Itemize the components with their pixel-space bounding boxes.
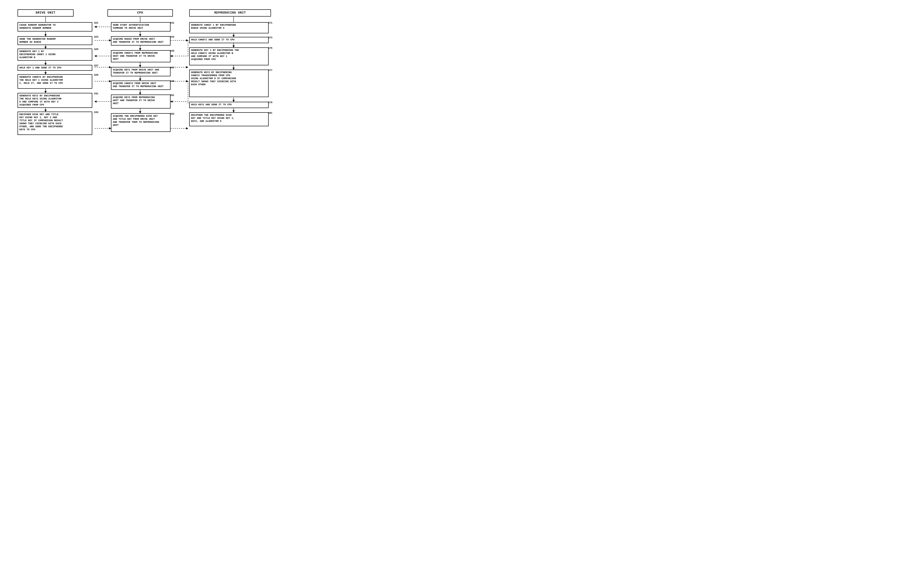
s49-box: ACQUIRE CHKEY2 FROM DRIVE UNIT AND TRANS… — [111, 81, 170, 90]
s47-label: S47 — [170, 67, 174, 69]
svg-marker-64 — [186, 128, 188, 129]
svg-marker-2 — [45, 34, 47, 36]
s75-text: GENERATE KEY 1 BY ENCIPHERING THE HELD C… — [191, 49, 239, 61]
svg-marker-36 — [233, 110, 235, 112]
svg-marker-23 — [139, 93, 141, 95]
s53-text: ACQUIRE THE ENCIPHERED DISK KEY AND TITL… — [113, 115, 159, 126]
svg-marker-53 — [109, 80, 111, 82]
s27-label: S27 — [94, 64, 98, 67]
svg-marker-6 — [45, 63, 47, 65]
s49-label: S49 — [170, 80, 174, 82]
s77-label: S77 — [268, 69, 272, 72]
s45-label: S45 — [170, 50, 174, 52]
s53-box: ACQUIRE THE ENCIPHERED DISK KEY AND TITL… — [111, 113, 170, 132]
s81-text: DECIPHER THE ENCIPHERED DISK KEY AND TIT… — [191, 114, 235, 123]
s21-label: S21 — [94, 22, 98, 24]
s45-box: ACQUIRE CHKEY1 FROM REPRODUCING UNIT AND… — [111, 50, 170, 62]
svg-marker-34 — [233, 100, 235, 102]
svg-marker-38 — [95, 26, 97, 28]
s25-text: GENERATE KEY 1 BY ENCIPHERING CHKEY 1 US… — [19, 50, 56, 59]
s43-label: S43 — [170, 36, 174, 38]
s43-text: ACQUIRE RANID FROM DRIVE UNIT AND TRANSF… — [113, 38, 164, 44]
drive-unit-header: DRIVE UNIT — [17, 9, 73, 17]
svg-marker-49 — [109, 66, 111, 68]
s33-box: ENCIPHER DISK KEY AND TITLE KEY USING KE… — [17, 112, 92, 135]
s81-box: DECIPHER THE ENCIPHERED DISK KEY AND TIT… — [189, 112, 269, 126]
flowchart-diagram: DRIVE UNIT CPU REPRODUCING UNIT S21 CAUS… — [5, 5, 276, 196]
s23-text: SEND THE GENERATED RANDOM NUMBER AS RANI… — [19, 38, 56, 44]
s41-text: SEND START AUTHENTICATION COMMAND TO DRI… — [113, 24, 149, 30]
svg-marker-30 — [233, 45, 235, 47]
s41-box: SEND START AUTHENTICATION COMMAND TO DRI… — [111, 22, 170, 31]
s73-label: S73 — [268, 36, 272, 39]
svg-marker-28 — [233, 35, 235, 37]
s71-box: GENERATE CHKEY 1 BY ENCIPHERING RANID US… — [189, 22, 269, 33]
s29-label: S29 — [94, 74, 98, 76]
s27-box: HOLD KEY 1 AND SEND IT TO CPU — [17, 65, 92, 71]
s31-box: GENERATE KEY2 BY ENCIPHERING THE HELD KE… — [17, 93, 92, 108]
svg-marker-21 — [139, 79, 141, 81]
cpu-header: CPU — [108, 9, 173, 17]
s21-text: CAUSE RANDOM GENERATOR TO GENERATE RANDO… — [19, 24, 56, 30]
svg-marker-55 — [186, 80, 188, 82]
s75-label: S75 — [268, 47, 272, 50]
s77-text: GENERATE KEY2 BY ENCIPHERING CHKEY2 TRAN… — [191, 71, 236, 86]
s33-label: S33 — [94, 111, 98, 114]
s73-text: HOLD CHKEY1 AND SEND IT TO CPU — [191, 39, 235, 41]
s79-label: S79 — [268, 101, 272, 104]
s27-text: HOLD KEY 1 AND SEND IT TO CPU — [19, 67, 61, 69]
s23-label: S23 — [94, 36, 98, 38]
s29-text: GENERATE CHKEY2 BY ENCIPHERING THE HELD … — [19, 76, 63, 84]
s73-box: HOLD CHKEY1 AND SEND IT TO CPU — [189, 37, 269, 43]
svg-marker-32 — [233, 68, 235, 70]
s41-label: S41 — [170, 22, 174, 24]
svg-marker-25 — [139, 111, 141, 113]
reproducing-unit-header: REPRODUCING UNIT — [189, 9, 271, 17]
svg-marker-51 — [186, 66, 188, 68]
s21-box: CAUSE RANDOM GENERATOR TO GENERATE RANDO… — [17, 22, 92, 31]
s75-box: GENERATE KEY 1 BY ENCIPHERING THE HELD C… — [189, 47, 269, 65]
svg-marker-10 — [45, 91, 47, 93]
s81-label: S81 — [268, 112, 272, 114]
svg-marker-47 — [170, 55, 172, 57]
s49-text: ACQUIRE CHKEY2 FROM DRIVE UNIT AND TRANS… — [113, 82, 164, 88]
svg-marker-19 — [139, 65, 141, 67]
svg-marker-44 — [95, 55, 97, 57]
s77-box: GENERATE KEY2 BY ENCIPHERING CHKEY2 TRAN… — [189, 70, 269, 97]
svg-marker-60 — [95, 101, 97, 103]
s53-label: S53 — [170, 113, 174, 115]
s51-label: S51 — [170, 94, 174, 96]
s71-text: GENERATE CHKEY 1 BY ENCIPHERING RANID US… — [191, 24, 236, 30]
s47-text: ACQUIRE KEY1 FROM DRIVE UNIT AND TRANSFE… — [113, 68, 159, 74]
s43-box: ACQUIRE RANID FROM DRIVE UNIT AND TRANSF… — [111, 36, 170, 45]
svg-marker-4 — [45, 47, 47, 48]
s71-label: S71 — [268, 22, 272, 24]
svg-marker-17 — [139, 48, 141, 50]
s51-text: ACQUIRE KEY2 FROM REPRODUCING UNIT AND T… — [113, 96, 155, 105]
svg-marker-42 — [186, 39, 188, 41]
s25-label: S25 — [94, 48, 98, 51]
svg-marker-15 — [139, 34, 141, 36]
s25-box: GENERATE KEY 1 BY ENCIPHERING CHKEY 1 US… — [17, 48, 92, 61]
svg-marker-58 — [170, 101, 172, 103]
s31-text: GENERATE KEY2 BY ENCIPHERING THE HELD KE… — [19, 95, 61, 106]
svg-marker-40 — [109, 39, 111, 41]
s31-label: S31 — [94, 92, 98, 95]
svg-marker-12 — [45, 110, 47, 112]
s79-text: HOLD KEY2 AND SEND IT TO CPU — [191, 103, 232, 106]
s51-box: ACQUIRE KEY2 FROM REPRODUCING UNIT AND T… — [111, 95, 170, 109]
svg-marker-8 — [45, 72, 47, 74]
s47-box: ACQUIRE KEY1 FROM DRIVE UNIT AND TRANSFE… — [111, 67, 170, 76]
s29-box: GENERATE CHKEY2 BY ENCIPHERING THE HELD … — [17, 74, 92, 89]
s45-text: ACQUIRE CHKEY1 FROM REPRODUCING UNIT AND… — [113, 52, 158, 61]
s23-box: SEND THE GENERATED RANDOM NUMBER AS RANI… — [17, 36, 92, 45]
s79-box: HOLD KEY2 AND SEND IT TO CPU — [189, 102, 269, 108]
svg-marker-62 — [109, 128, 111, 129]
s33-text: ENCIPHER DISK KEY AND TITLE KEY USING KE… — [19, 113, 63, 131]
